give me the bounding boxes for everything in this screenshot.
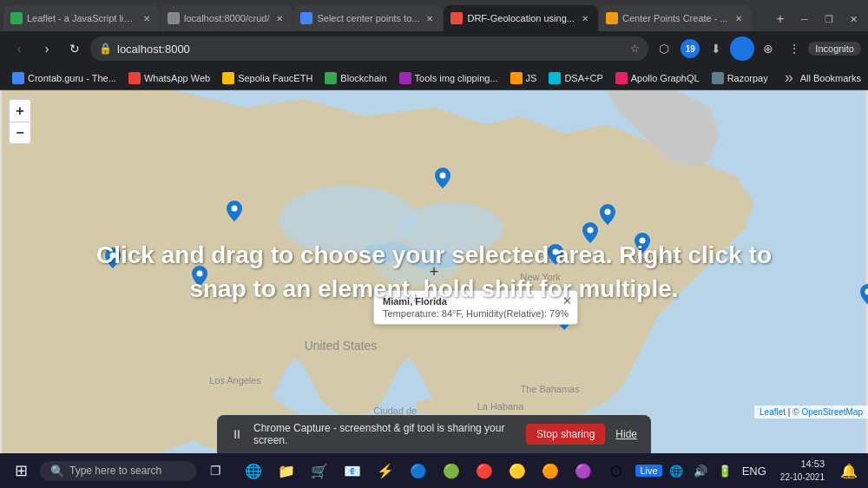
bookmark-icon [615,72,628,84]
taskbar-app-icon-0[interactable]: 🌐 [238,455,269,486]
taskbar-app-icon-1[interactable]: 📁 [271,455,302,486]
url-text: localhost:8000 [117,43,625,56]
taskbar-search-icon: 🔍 [50,465,64,478]
settings-icon[interactable]: ⋮ [782,36,806,61]
task-view-button[interactable]: ❐ [200,455,231,486]
bookmark-icon [128,72,141,84]
map-marker-m1[interactable] [227,201,242,225]
bookmark-item-5[interactable]: JS [505,70,542,86]
profile-avatar[interactable]: 👤 [730,36,754,61]
tab-tab-localhost-crud[interactable]: localhost:8000/crud/ ✕ [161,5,293,31]
map-area[interactable]: United States New York Ottawa Los Angele… [0,90,868,453]
download-icon[interactable]: ⬇ [704,36,728,61]
taskbar-app-icon-8[interactable]: 🟡 [502,455,533,486]
tab-tab-drf-geo[interactable]: DRF-Geolocation using... ✕ [444,5,598,31]
new-tab-button[interactable]: + [768,7,792,31]
bookmark-icon [399,72,411,84]
account-icon[interactable]: 👤 [730,36,754,61]
tab-close-button[interactable]: ✕ [141,12,153,24]
bookmark-item-2[interactable]: Sepolia FaucETH [217,70,318,86]
battery-icon[interactable]: 🔋 [714,463,735,479]
bookmark-item-0[interactable]: Crontab.guru - The... [7,70,122,86]
extensions-icon[interactable]: ⬡ [652,36,676,61]
bookmark-icon [712,72,724,84]
network-icon[interactable]: 🌐 [666,463,687,479]
popup-close-button[interactable]: ✕ [562,294,572,307]
tab-close-button[interactable]: ✕ [273,12,286,24]
taskbar-app-icon-2[interactable]: 🛒 [304,455,335,486]
taskbar-app-icon-6[interactable]: 🟢 [436,455,467,486]
tab-tab-leaflet[interactable]: Leaflet - a JavaScript lib... ✕ [3,5,160,31]
back-button[interactable]: ‹ [7,36,31,61]
url-bar[interactable]: 🔒 localhost:8000 ☆ [90,36,648,61]
taskbar-right: Live 🌐 🔊 🔋 ENG 14:53 22-10-2021 🔔 [635,457,863,485]
map-marker-m3[interactable] [192,266,207,290]
tab-favicon [300,12,312,24]
stop-sharing-button[interactable]: Stop sharing [526,424,605,445]
bookmark-item-6[interactable]: DSA+CP [543,70,608,86]
map-marker-m11[interactable] [860,284,868,308]
minimize-button[interactable]: ─ [793,10,816,28]
osm-link[interactable]: © OpenStreetMap [792,407,863,417]
window-controls: ─ ❐ ✕ [793,10,865,31]
map-marker-m4[interactable] [548,244,563,268]
hide-button[interactable]: Hide [615,428,637,440]
taskbar-time: 14:53 [780,458,825,471]
map-marker-m10[interactable] [435,168,450,192]
taskbar-app-icon-10[interactable]: 🟣 [568,455,599,486]
leaflet-link[interactable]: Leaflet [760,407,786,417]
bookmark-item-3[interactable]: Blockchain [319,70,391,86]
tab-close-button[interactable]: ✕ [733,12,745,24]
taskbar-app-icon-3[interactable]: 📧 [337,455,368,486]
bookmark-item-7[interactable]: Apollo GraphQL [610,70,705,86]
close-button[interactable]: ✕ [842,10,865,28]
taskbar-app-icon-9[interactable]: 🟠 [535,455,566,486]
toolbar-icons: ⬡ 19 ⬇ 👤 ⊕ ⋮ Incognito [652,36,861,61]
svg-point-21 [197,270,203,276]
svg-point-20 [110,253,116,259]
tab-close-button[interactable]: ✕ [424,12,436,24]
tab-favicon [450,12,463,24]
tab-tab-center-create[interactable]: Center Points Create - ... ✕ [599,5,752,31]
taskbar-app-icon-11[interactable]: ⬡ [601,455,632,486]
map-marker-m6[interactable] [600,204,615,228]
windows-start-button[interactable]: ⊞ [5,455,36,486]
notification-button[interactable]: 🔔 [835,457,863,485]
svg-point-25 [640,238,646,244]
taskbar-app-icon-7[interactable]: 🔴 [469,455,500,486]
tab-close-button[interactable]: ✕ [579,12,591,24]
bookmark-item-1[interactable]: WhatsApp Web [123,70,215,86]
all-bookmarks-button[interactable]: » [779,67,799,89]
svg-text:New York: New York [521,272,562,282]
bookmark-item-4[interactable]: Tools img clipping... [394,70,503,86]
map-marker-m5[interactable] [582,222,598,247]
tab-tab-select-center[interactable]: Select center points to... ✕ [293,5,443,31]
taskbar-clock[interactable]: 14:53 22-10-2021 [775,458,830,483]
forward-button[interactable]: › [35,36,59,61]
tab-favicon [606,12,618,24]
profile-counter[interactable]: 19 [678,36,702,61]
bookmark-label: Blockchain [340,73,386,83]
refresh-button[interactable]: ↻ [62,36,87,61]
bookmark-icon [222,72,234,84]
taskbar-search[interactable]: 🔍 Type here to search [40,461,196,481]
map-marker-m2[interactable] [105,247,121,272]
taskbar-app-icon-4[interactable]: ⚡ [370,455,401,486]
all-bookmarks-label[interactable]: All Bookmarks [800,73,861,83]
map-marker-m7[interactable] [635,233,650,257]
bookmark-label: JS [526,73,537,83]
address-bar: ‹ › ↻ 🔒 localhost:8000 ☆ ⬡ 19 ⬇ 👤 ⊕ ⋮ In… [0,31,868,66]
taskbar: ⊞ 🔍 Type here to search ❐ 🌐📁🛒📧⚡🔵🟢🔴🟡🟠🟣⬡ L… [0,453,868,488]
tab-favicon [10,12,23,24]
screen-share-bar: ⏸ Chrome Capture - screenshot & gif tool… [217,415,651,453]
translate-icon[interactable]: ⊕ [756,36,780,61]
maximize-button[interactable]: ❐ [818,10,840,28]
zoom-out-button[interactable]: − [9,122,31,144]
taskbar-app-icon-5[interactable]: 🔵 [403,455,434,486]
incognito-badge[interactable]: Incognito [808,42,861,56]
bookmark-label: Apollo GraphQL [631,73,700,83]
zoom-in-button[interactable]: + [9,99,31,122]
system-tray: Live 🌐 🔊 🔋 ENG [635,463,769,479]
volume-icon[interactable]: 🔊 [690,463,711,479]
bookmark-item-8[interactable]: Razorpay [707,70,773,86]
